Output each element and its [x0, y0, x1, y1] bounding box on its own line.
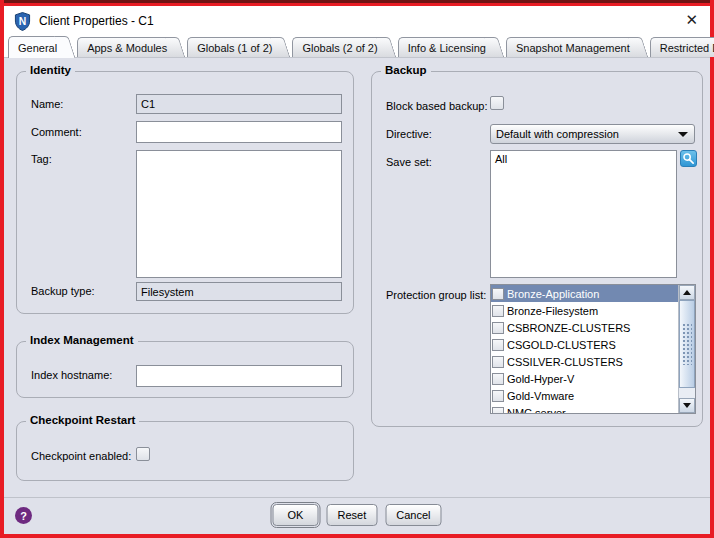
- tab-globals-2[interactable]: Globals (2 of 2): [292, 37, 385, 57]
- tab-general[interactable]: General: [8, 36, 65, 58]
- scrollbar-thumb[interactable]: [679, 300, 695, 388]
- block-based-backup-label: Block based backup:: [386, 100, 488, 112]
- search-icon: [682, 152, 695, 165]
- scroll-up-button[interactable]: [679, 285, 695, 300]
- backup-type-label: Backup type:: [31, 285, 95, 297]
- list-item-label: CSGOLD-CLUSTERS: [507, 339, 616, 351]
- protection-group-list-label: Protection group list:: [386, 289, 486, 301]
- list-item[interactable]: CSSILVER-CLUSTERS: [491, 353, 678, 370]
- save-set-textarea[interactable]: All: [490, 150, 677, 278]
- checkbox[interactable]: [492, 322, 504, 334]
- svg-text:N: N: [19, 16, 27, 27]
- help-icon[interactable]: ?: [15, 507, 32, 524]
- checkbox[interactable]: [492, 390, 504, 402]
- checkpoint-restart-group-title: Checkpoint Restart: [26, 414, 139, 426]
- tab-strip: General Apps & Modules Globals (1 of 2) …: [4, 36, 710, 58]
- directive-label: Directive:: [386, 128, 432, 140]
- list-item-label: Gold-Vmware: [507, 390, 574, 402]
- networker-shield-icon: N: [14, 12, 31, 31]
- directive-dropdown[interactable]: Default with compression: [490, 124, 695, 144]
- checkbox[interactable]: [492, 373, 504, 385]
- protection-group-rows: Bronze-Application Bronze-Filesystem CSB…: [491, 285, 678, 413]
- list-item[interactable]: NMC server: [491, 404, 678, 414]
- checkbox[interactable]: [492, 288, 504, 300]
- comment-label: Comment:: [31, 126, 82, 138]
- protection-group-list: Bronze-Application Bronze-Filesystem CSB…: [490, 284, 696, 414]
- tab-restricted-data-zones[interactable]: Restricted Data Zones: [650, 37, 714, 57]
- list-item[interactable]: Gold-Hyper-V: [491, 370, 678, 387]
- identity-group: Identity Name: C1 Comment: Tag: Backup t…: [16, 71, 354, 314]
- scroll-down-button[interactable]: [679, 398, 695, 413]
- list-item-label: Bronze-Application: [507, 288, 599, 300]
- list-item-label: CSBRONZE-CLUSTERS: [507, 322, 630, 334]
- tab-globals-1[interactable]: Globals (1 of 2): [187, 37, 280, 57]
- list-item[interactable]: CSBRONZE-CLUSTERS: [491, 319, 678, 336]
- list-item-label: Bronze-Filesystem: [507, 305, 598, 317]
- dialog-title: Client Properties - C1: [39, 14, 154, 28]
- general-tab-content: Identity Name: C1 Comment: Tag: Backup t…: [4, 58, 710, 497]
- block-based-backup-checkbox[interactable]: [490, 96, 504, 110]
- comment-input[interactable]: [136, 121, 342, 143]
- list-item[interactable]: Bronze-Filesystem: [491, 302, 678, 319]
- close-icon[interactable]: ✕: [685, 10, 698, 30]
- footer-bar: ? OK Reset Cancel: [4, 497, 710, 534]
- dialog-window: N Client Properties - C1 ✕ General Apps …: [4, 6, 710, 534]
- checkpoint-enabled-checkbox[interactable]: [136, 447, 150, 461]
- dialog-buttons: OK Reset Cancel: [273, 504, 442, 526]
- backup-type-field: Filesystem: [136, 282, 342, 301]
- index-management-group: Index Management Index hostname:: [16, 341, 354, 398]
- directive-selected-value: Default with compression: [496, 128, 619, 140]
- name-label: Name:: [31, 98, 63, 110]
- tag-label: Tag:: [31, 153, 52, 165]
- name-field: C1: [136, 94, 342, 114]
- arrow-down-icon: [683, 403, 691, 408]
- tab-apps-modules[interactable]: Apps & Modules: [77, 37, 175, 57]
- client-properties-dialog: N Client Properties - C1 ✕ General Apps …: [0, 0, 714, 538]
- arrow-up-icon: [683, 290, 691, 295]
- list-item-label: NMC server: [507, 407, 566, 415]
- tag-textarea[interactable]: [136, 150, 342, 278]
- save-set-label: Save set:: [386, 156, 432, 168]
- tab-snapshot-management[interactable]: Snapshot Management: [506, 37, 638, 57]
- cancel-button[interactable]: Cancel: [385, 504, 441, 526]
- list-item[interactable]: CSGOLD-CLUSTERS: [491, 336, 678, 353]
- checkbox[interactable]: [492, 356, 504, 368]
- vertical-scrollbar[interactable]: [678, 285, 695, 413]
- save-set-browse-button[interactable]: [680, 150, 697, 167]
- checkbox[interactable]: [492, 407, 504, 415]
- backup-group-title: Backup: [381, 64, 431, 76]
- index-hostname-label: Index hostname:: [31, 369, 112, 381]
- list-item-label: Gold-Hyper-V: [507, 373, 574, 385]
- title-bar: N Client Properties - C1 ✕: [4, 6, 710, 36]
- ok-button[interactable]: OK: [273, 504, 319, 526]
- identity-group-title: Identity: [26, 64, 75, 76]
- index-hostname-input[interactable]: [136, 365, 342, 387]
- checkbox[interactable]: [492, 305, 504, 317]
- checkpoint-restart-group: Checkpoint Restart Checkpoint enabled:: [16, 421, 354, 481]
- reset-button[interactable]: Reset: [327, 504, 378, 526]
- list-item-label: CSSILVER-CLUSTERS: [507, 356, 623, 368]
- chevron-down-icon: [678, 132, 688, 137]
- tab-info-licensing[interactable]: Info & Licensing: [398, 37, 494, 57]
- list-item[interactable]: Gold-Vmware: [491, 387, 678, 404]
- index-management-group-title: Index Management: [26, 334, 138, 346]
- checkpoint-enabled-label: Checkpoint enabled:: [31, 450, 131, 462]
- checkbox[interactable]: [492, 339, 504, 351]
- backup-group: Backup Block based backup: Directive: De…: [371, 71, 703, 427]
- list-item[interactable]: Bronze-Application: [491, 285, 678, 302]
